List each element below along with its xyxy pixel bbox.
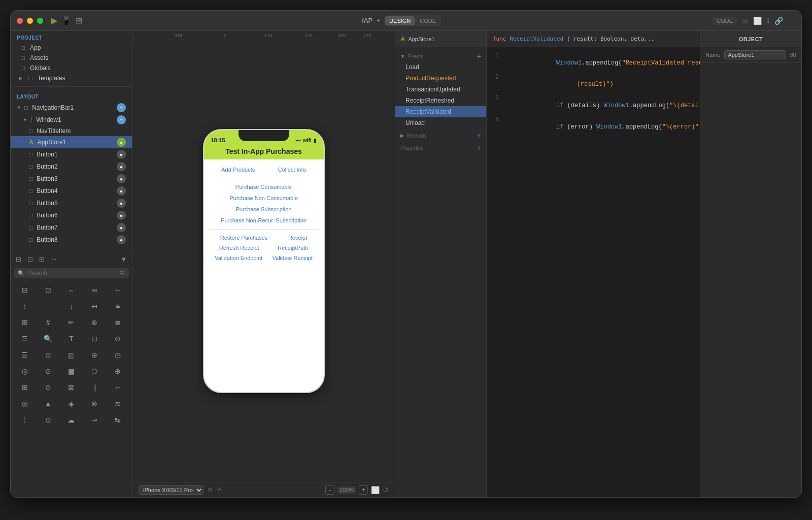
- event-receipt-refreshed[interactable]: ReceiptRefreshed: [395, 95, 486, 106]
- zoom-fit-icon[interactable]: ⬜: [371, 486, 380, 494]
- tree-item-navtitleitem[interactable]: □ NavTitleItem: [11, 126, 132, 136]
- icon-cell[interactable]: ⊞: [14, 315, 36, 330]
- icon-cell[interactable]: ⊙: [37, 364, 59, 379]
- icon-cell[interactable]: ⊙: [37, 380, 59, 395]
- search-clear-icon[interactable]: ☰: [120, 270, 125, 277]
- icon-cell[interactable]: ☁: [60, 412, 83, 428]
- icon-cell[interactable]: ⊙: [107, 331, 129, 346]
- device-settings-icon[interactable]: ⚙: [208, 486, 213, 493]
- icon-cell[interactable]: ⊗: [83, 396, 106, 411]
- minimize-button[interactable]: [27, 18, 33, 24]
- icon-cell[interactable]: ↕: [14, 299, 36, 314]
- sidebar-item-assets[interactable]: □ Assets: [11, 53, 132, 63]
- maximize-button[interactable]: [37, 18, 43, 24]
- icon-cell[interactable]: ⬡: [83, 364, 106, 379]
- icon-cell[interactable]: ↓: [60, 299, 83, 314]
- icon-cell[interactable]: 🔍: [37, 331, 59, 346]
- tree-item-window1[interactable]: ▼ ! Window1 +: [11, 114, 132, 126]
- code-tab[interactable]: CODE: [416, 16, 440, 25]
- event-transaction-updated[interactable]: TransactionUpdated: [395, 84, 486, 95]
- icon-cell[interactable]: ↔: [107, 380, 129, 395]
- icon-cell[interactable]: ☰: [14, 331, 36, 346]
- icon-cell[interactable]: ⊸: [83, 412, 106, 428]
- icon-cell[interactable]: ⊕: [107, 364, 129, 379]
- icon-cell[interactable]: #: [37, 315, 59, 330]
- icon-cell[interactable]: ↹: [107, 412, 129, 428]
- play-icon[interactable]: ▶: [51, 16, 57, 25]
- refresh-receipt-btn[interactable]: Refresh Receipt: [219, 245, 259, 251]
- inspector-icon[interactable]: ⊞: [742, 17, 748, 25]
- icon-cell[interactable]: ⊞: [14, 380, 36, 395]
- tree-item-button1[interactable]: □ Button1 ●: [11, 148, 132, 160]
- events-section-label[interactable]: ▼ Events +: [395, 49, 486, 61]
- icon-cell[interactable]: ≡: [107, 299, 129, 314]
- methods-add-btn[interactable]: +: [477, 132, 481, 140]
- code-button[interactable]: CODE: [713, 17, 737, 25]
- event-receipt-validated[interactable]: ReceiptValidated: [395, 106, 486, 117]
- info-icon[interactable]: ℹ: [767, 17, 769, 25]
- tree-item-button6[interactable]: □ Button6 ●: [11, 209, 132, 221]
- phone-icon[interactable]: 📱: [61, 16, 72, 25]
- icon-cell[interactable]: ◈: [60, 396, 83, 411]
- icon-cell[interactable]: ⊗: [83, 315, 106, 330]
- tree-item-button2[interactable]: □ Button2 ●: [11, 160, 132, 173]
- collect-info-btn[interactable]: Collect Info: [278, 167, 306, 173]
- tree-item-button7[interactable]: □ Button7 ●: [11, 221, 132, 234]
- object-name-value[interactable]: AppStore1: [724, 50, 786, 59]
- search-input[interactable]: [28, 270, 117, 277]
- events-add-btn[interactable]: +: [477, 52, 481, 60]
- icon-cell[interactable]: ⊟: [83, 331, 106, 346]
- sidebar-item-globals[interactable]: □ Globals: [11, 63, 132, 73]
- add-products-btn[interactable]: Add Products: [221, 167, 255, 173]
- icon-cell[interactable]: ⋮: [14, 412, 36, 428]
- zoom-out-btn[interactable]: -: [325, 485, 334, 495]
- icon-grid-btn-3[interactable]: ⊞: [37, 254, 47, 264]
- icon-cell[interactable]: ✏: [60, 315, 83, 330]
- zoom-in-btn[interactable]: +: [359, 485, 368, 495]
- purchase-consumable-btn[interactable]: Purchase Consumable: [204, 181, 324, 192]
- properties-section-label[interactable]: Properties +: [395, 141, 486, 153]
- icon-cell[interactable]: ☰: [14, 347, 36, 363]
- tree-item-button4[interactable]: □ Button4 ●: [11, 185, 132, 197]
- event-load[interactable]: Load: [395, 61, 486, 73]
- validate-receipt-btn[interactable]: Validate Receipt: [273, 255, 313, 261]
- icon-cell[interactable]: ≣: [107, 315, 129, 330]
- zoom-reset-icon[interactable]: ↺: [383, 486, 389, 494]
- event-product-requested[interactable]: ProductRequested: [395, 73, 486, 84]
- icon-cell[interactable]: ⊙: [37, 412, 59, 428]
- icon-grid-btn-2[interactable]: ⊡: [25, 254, 35, 264]
- icon-cell[interactable]: ◷: [107, 347, 129, 363]
- icon-cell[interactable]: ⊡: [37, 282, 59, 298]
- tree-item-navigationbar[interactable]: ▼ □ NavigationBar1 +: [11, 102, 132, 114]
- icon-cell[interactable]: ∥: [83, 380, 106, 395]
- sidebar-item-app[interactable]: □ App: [11, 43, 132, 53]
- icon-cell[interactable]: ↔: [107, 282, 129, 298]
- icon-cell[interactable]: T: [60, 331, 83, 346]
- icon-cell[interactable]: ⊠: [60, 380, 83, 395]
- receipt-path-btn[interactable]: ReceiptPath: [278, 245, 308, 251]
- icon-cell[interactable]: ⊟: [14, 282, 36, 298]
- icon-cell[interactable]: ▲: [37, 396, 59, 411]
- icon-cell[interactable]: ◎: [14, 396, 36, 411]
- icon-cell[interactable]: ▦: [60, 364, 83, 379]
- arrow-icon[interactable]: →: [788, 17, 795, 25]
- device-selector[interactable]: iPhone X/XS/11 Pro: [139, 485, 204, 495]
- icon-cell[interactable]: —: [37, 299, 59, 314]
- tree-item-button5[interactable]: □ Button5 ●: [11, 197, 132, 209]
- icon-cell[interactable]: ⊕: [83, 347, 106, 363]
- refresh-icon[interactable]: ↺: [217, 486, 221, 493]
- grid-icon[interactable]: ⊞: [76, 16, 82, 25]
- restore-purchases-btn[interactable]: Restore Purchases: [220, 235, 268, 241]
- layout-icon[interactable]: ⬜: [753, 17, 762, 25]
- tree-item-button8[interactable]: □ Button8 ●: [11, 234, 132, 246]
- link-icon[interactable]: 🔗: [774, 17, 783, 25]
- properties-add-btn[interactable]: +: [477, 144, 481, 152]
- tree-item-button3[interactable]: □ Button3 ●: [11, 173, 132, 185]
- icon-cell[interactable]: ≋: [107, 396, 129, 411]
- icon-cell[interactable]: ↤: [83, 299, 106, 314]
- icon-cell[interactable]: ⊙: [37, 347, 59, 363]
- purchase-non-recur-btn[interactable]: Purchase Non-Recur. Subscription: [204, 215, 324, 226]
- icon-grid-btn-4[interactable]: ↔: [49, 254, 59, 264]
- icon-cell[interactable]: ◎: [14, 364, 36, 379]
- icon-cell[interactable]: ∞: [83, 282, 106, 298]
